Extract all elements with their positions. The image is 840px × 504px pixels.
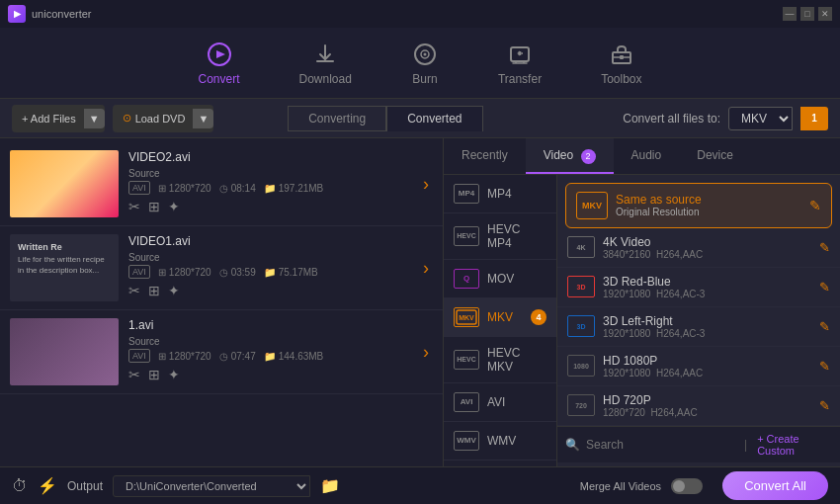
format-tab-device[interactable]: Device	[679, 138, 751, 174]
nav-item-burn[interactable]: Burn	[411, 41, 439, 86]
maximize-button[interactable]: □	[800, 7, 814, 21]
source-label-0: Source	[128, 168, 409, 179]
file-thumbnail-1: Written ReLife for the written recipe in…	[10, 234, 119, 301]
preset-hd720-edit[interactable]: ✎	[819, 398, 830, 413]
lightning-icon[interactable]: ⚡	[38, 476, 57, 495]
source-label-2: Source	[128, 336, 409, 347]
nav-bar: Convert Download Burn	[0, 28, 840, 99]
preset-4k[interactable]: 4K 4K Video 3840*2160 H264,AAC ✎	[557, 228, 840, 268]
adjust-icon-0[interactable]: ⊞	[148, 199, 160, 214]
res-icon-1: ⊞	[158, 267, 166, 278]
preset-sublabel: Original Resolution	[616, 207, 702, 217]
preset-icon: MKV	[576, 192, 608, 219]
format-hevc-mp4[interactable]: HEVC HEVC MP4	[444, 213, 556, 260]
tab-converting[interactable]: Converting	[288, 106, 386, 131]
file-name-2: 1.avi	[128, 318, 409, 332]
dur-icon-0: ◷	[219, 183, 228, 194]
minimize-button[interactable]: —	[783, 7, 797, 21]
adjust-icon-1[interactable]: ⊞	[148, 283, 160, 298]
cut-icon-0[interactable]: ✂	[128, 199, 140, 214]
format-mp4[interactable]: MP4 MP4	[444, 175, 556, 213]
convert-all-button[interactable]: Convert All	[722, 471, 828, 500]
format-icon-2: AVI	[128, 349, 150, 363]
file-list: VIDEO2.avi Source AVI ⊞ 1280*720 ◷ 08:14	[0, 138, 443, 466]
preset-4k-name: 4K Video	[603, 235, 703, 249]
nav-item-transfer[interactable]: Transfer	[498, 41, 542, 86]
file-name-1: VIDEO1.avi	[128, 234, 409, 248]
format-mov[interactable]: Q MOV	[444, 260, 556, 298]
output-path-select[interactable]: D:\UniConverter\Converted	[113, 475, 310, 497]
nav-label-download: Download	[299, 72, 352, 86]
file-item-1: Written ReLife for the written recipe in…	[0, 226, 443, 310]
create-custom-button[interactable]: + Create Custom	[757, 433, 832, 457]
load-dvd-label: Load DVD	[135, 113, 186, 125]
preset-4k-edit[interactable]: ✎	[819, 240, 830, 255]
effect-icon-2[interactable]: ✦	[168, 367, 180, 382]
format-select[interactable]: MKV	[728, 107, 793, 130]
preset-3d-rb-edit[interactable]: ✎	[819, 280, 830, 294]
format-badge: 1	[806, 111, 822, 126]
svg-point-4	[423, 52, 426, 55]
preset-info: Same as source Original Resolution	[616, 193, 702, 217]
preset-highlighted[interactable]: MKV Same as source Original Resolution ✎	[565, 183, 832, 228]
source-label-1: Source	[128, 252, 409, 263]
file-resolution-0: ⊞ 1280*720	[158, 181, 211, 195]
search-input[interactable]	[586, 438, 734, 452]
format-tab-video[interactable]: Video 2	[526, 138, 614, 174]
add-files-arrow[interactable]: ▼	[84, 109, 105, 128]
format-body: MP4 MP4 HEVC HEVC MP4 Q MOV MKV	[444, 175, 840, 467]
format-m4v[interactable]: M4V M4V	[444, 461, 556, 467]
preset-3d-lr-info: 3D Left-Right 1920*1080 H264,AC-3	[603, 314, 705, 339]
output-browse-icon[interactable]: 📁	[320, 476, 340, 495]
format-hevc-mkv[interactable]: HEVC HEVC MKV	[444, 337, 556, 383]
preset-3d-lr-edit[interactable]: ✎	[819, 319, 830, 334]
nav-item-convert[interactable]: Convert	[198, 41, 239, 86]
format-arrow-button[interactable]: 1	[800, 107, 828, 130]
tab-converted[interactable]: Converted	[386, 106, 482, 131]
format-tab-recently[interactable]: Recently	[444, 138, 526, 174]
file-info-0: VIDEO2.avi Source AVI ⊞ 1280*720 ◷ 08:14	[128, 150, 409, 217]
res-val-1: 1280*720	[169, 267, 211, 278]
add-files-button[interactable]: + Add Files ▼	[12, 105, 105, 132]
preset-3d-rb[interactable]: 3D 3D Red-Blue 1920*1080 H264,AC-3 ✎	[557, 268, 840, 307]
effect-icon-0[interactable]: ✦	[168, 199, 180, 214]
preset-hd1080-icon: 1080	[567, 355, 595, 377]
download-icon	[311, 41, 339, 68]
preset-hd1080[interactable]: 1080 HD 1080P 1920*1080 H264,AAC ✎	[557, 347, 840, 386]
preset-hd1080-edit[interactable]: ✎	[819, 359, 830, 374]
main-content: VIDEO2.avi Source AVI ⊞ 1280*720 ◷ 08:14	[0, 138, 840, 466]
format-mkv[interactable]: MKV MKV 4	[444, 298, 556, 337]
nav-label-burn: Burn	[412, 72, 437, 86]
preset-3d-lr[interactable]: 3D 3D Left-Right 1920*1080 H264,AC-3 ✎	[557, 307, 840, 347]
preset-3d-lr-name: 3D Left-Right	[603, 314, 705, 328]
preset-3d-rb-left: 3D 3D Red-Blue 1920*1080 H264,AC-3	[567, 275, 705, 299]
clock-icon[interactable]: ⏱	[12, 477, 28, 495]
nav-item-download[interactable]: Download	[299, 41, 352, 86]
close-button[interactable]: ✕	[818, 7, 832, 21]
preset-hd720-res: 1280*720 H264,AAC	[603, 407, 698, 418]
preset-hd1080-res: 1920*1080 H264,AAC	[603, 368, 703, 378]
cut-icon-2[interactable]: ✂	[128, 367, 140, 382]
toolbox-icon	[608, 41, 635, 68]
dur-icon-1: ◷	[219, 267, 228, 278]
merge-toggle[interactable]	[671, 478, 703, 494]
svg-marker-1	[216, 50, 225, 58]
adjust-icon-2[interactable]: ⊞	[148, 367, 160, 382]
format-tab-audio[interactable]: Audio	[614, 138, 680, 174]
mkv-badge: 4	[531, 309, 546, 325]
app-logo: ▶	[8, 5, 26, 23]
preset-edit-icon[interactable]: ✎	[809, 198, 821, 213]
mkv-label: MKV	[487, 310, 513, 324]
add-files-label: + Add Files	[22, 113, 76, 125]
file-meta-0: AVI ⊞ 1280*720 ◷ 08:14 📁 197.21MB	[128, 181, 409, 195]
load-dvd-arrow[interactable]: ▼	[193, 109, 213, 128]
format-avi[interactable]: AVI AVI	[444, 383, 556, 422]
mov-icon: Q	[454, 269, 479, 289]
effect-icon-1[interactable]: ✦	[168, 283, 180, 298]
load-dvd-button[interactable]: ⊙ Load DVD ▼	[113, 105, 214, 132]
format-wmv[interactable]: WMV WMV	[444, 422, 556, 461]
cut-icon-1[interactable]: ✂	[128, 283, 140, 298]
nav-item-toolbox[interactable]: Toolbox	[601, 41, 641, 86]
file-duration-0: ◷ 08:14	[219, 181, 256, 195]
preset-hd720[interactable]: 720 HD 720P 1280*720 H264,AAC ✎	[557, 386, 840, 426]
